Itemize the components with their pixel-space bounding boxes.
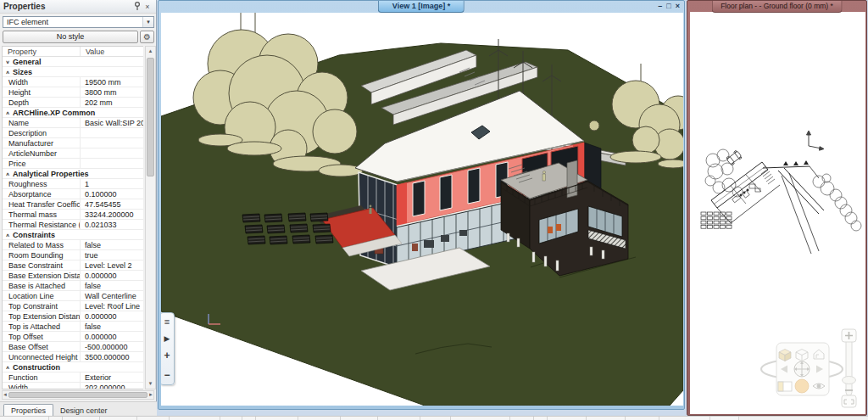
close-window-icon[interactable]: × (676, 2, 680, 11)
section-row[interactable]: ∧Sizes (3, 67, 143, 77)
property-value[interactable]: false (81, 240, 143, 250)
property-value[interactable]: 3500.000000 (81, 352, 143, 362)
property-value[interactable]: 0.100000 (81, 189, 143, 199)
property-row[interactable]: Base Offset-500.000000 (3, 342, 143, 352)
property-row[interactable]: Description (3, 128, 143, 138)
scroll-right-icon[interactable]: ► (148, 390, 153, 400)
floor-plan-tab[interactable]: Floor plan - - Ground floor (0 mm) * (711, 1, 843, 13)
tab-properties[interactable]: Properties (3, 404, 53, 416)
render-canvas-3d[interactable]: ≡ ▶ + − (161, 13, 683, 406)
property-row[interactable]: Top Offset0.000000 (3, 332, 143, 342)
zoom-slider[interactable] (842, 329, 856, 407)
property-value[interactable]: 0.000000 (81, 311, 143, 322)
property-row[interactable]: Base ConstraintLevel: Level 2 (3, 260, 143, 271)
style-button[interactable]: No style (3, 31, 138, 43)
property-value[interactable]: 33244.200000 (81, 210, 143, 220)
section-row[interactable]: ∧ARCHline.XP Common (3, 108, 143, 118)
property-value[interactable]: Level: Roof Line (81, 301, 143, 311)
property-value[interactable]: false (81, 281, 143, 291)
chevron-up-icon[interactable]: ∧ (3, 232, 13, 237)
status-segment (298, 417, 341, 420)
property-name: Related to Mass (3, 240, 81, 249)
property-row[interactable]: Top is Attachedfalse (3, 322, 143, 332)
section-row[interactable]: ∨General (3, 57, 143, 67)
ucs-axis-icon (807, 131, 825, 150)
property-row[interactable]: Thermal Resistance (R)0.021033 (3, 220, 143, 230)
property-row[interactable]: Thermal mass33244.200000 (3, 210, 143, 220)
property-row[interactable]: Top Extension Distance0.000000 (3, 311, 143, 322)
chevron-down-icon[interactable]: ∨ (3, 59, 13, 64)
property-row[interactable]: Height3800 mm (3, 87, 143, 98)
property-value[interactable]: Level: Level 2 (81, 260, 143, 271)
property-row[interactable]: Manufacturer (3, 138, 143, 148)
property-row[interactable]: Heat Transfer Coefficient (U)47.545455 (3, 199, 143, 210)
property-row[interactable]: Width19500 mm (3, 77, 143, 87)
properties-panel-header: Properties × (0, 0, 156, 14)
floor-plan-canvas[interactable] (690, 12, 865, 414)
view-cube-icon (779, 350, 791, 361)
gear-icon[interactable]: ⚙ (140, 31, 154, 43)
horizontal-scrollbar[interactable]: ◄ ► (2, 390, 154, 400)
vertical-scrollbar[interactable]: ▲ ▼ (145, 46, 156, 389)
property-value[interactable]: 19500 mm (81, 77, 143, 87)
property-value[interactable]: Exterior (81, 372, 143, 383)
property-row[interactable]: Base Extension Distance0.000000 (3, 271, 143, 281)
section-row[interactable]: ∧Constraints (3, 230, 143, 240)
property-row[interactable]: ArticleNumber (3, 148, 143, 159)
property-row[interactable]: Related to Massfalse (3, 240, 143, 250)
property-value[interactable]: 0.000000 (81, 271, 143, 281)
property-header: Property (3, 47, 81, 56)
view-toolbar: ≡ ▶ + − (161, 312, 175, 385)
chevron-down-icon[interactable]: ▾ (142, 17, 153, 27)
zoom-in-icon[interactable]: + (164, 350, 170, 361)
property-value[interactable]: 1 (81, 179, 143, 189)
section-row[interactable]: ∧Construction (3, 362, 143, 372)
property-value[interactable]: 0.000000 (81, 332, 143, 342)
property-value[interactable]: 202.000000 (81, 383, 143, 390)
property-row[interactable]: Width202.000000 (3, 383, 143, 389)
property-value[interactable]: false (81, 322, 143, 332)
property-value[interactable]: true (81, 250, 143, 260)
chevron-up-icon[interactable]: ∧ (3, 69, 13, 74)
minimize-icon[interactable]: – (658, 2, 662, 11)
property-value[interactable]: 3800 mm (81, 87, 143, 98)
property-row[interactable]: NameBasic Wall:SIP 202... (3, 118, 143, 128)
property-row[interactable]: Location LineWall Centerline (3, 291, 143, 301)
property-row[interactable]: FunctionExterior (3, 372, 143, 383)
scroll-up-icon[interactable]: ▲ (148, 47, 153, 56)
property-value[interactable]: 47.545455 (81, 199, 143, 210)
status-segment (341, 417, 378, 420)
tab-design-center[interactable]: Design center (53, 405, 114, 416)
zoom-out-icon[interactable]: − (164, 369, 170, 381)
property-row[interactable]: Top ConstraintLevel: Roof Line (3, 301, 143, 311)
property-row[interactable]: Base is Attachedfalse (3, 281, 143, 291)
property-value[interactable]: 202 mm (81, 98, 143, 108)
property-row[interactable]: Unconnected Height3500.000000 (3, 352, 143, 362)
close-icon[interactable]: × (142, 3, 153, 11)
pin-icon[interactable] (132, 2, 142, 12)
element-type-combo[interactable]: IFC element ▾ (3, 16, 154, 28)
property-row[interactable]: Depth202 mm (3, 98, 143, 108)
scrollbar-thumb[interactable] (147, 58, 154, 176)
navigation-widget[interactable] (761, 343, 843, 395)
property-value[interactable]: 0.021033 (81, 220, 143, 230)
scrollbar-thumb-h[interactable] (8, 392, 147, 398)
section-row[interactable]: ∧Analytical Properties (3, 169, 143, 179)
maximize-icon[interactable]: □ (666, 2, 670, 11)
chevron-up-icon[interactable]: ∧ (3, 171, 13, 176)
property-value[interactable]: Wall Centerline (81, 291, 143, 301)
property-name: Width (3, 383, 81, 389)
chevron-up-icon[interactable]: ∧ (3, 109, 13, 115)
property-value[interactable]: Basic Wall:SIP 202... (81, 118, 143, 128)
property-row[interactable]: Room Boundingtrue (3, 250, 143, 260)
property-row[interactable]: Absorptance0.100000 (3, 189, 143, 199)
property-row[interactable]: Price (3, 159, 143, 169)
chevron-up-icon[interactable]: ∧ (3, 364, 13, 369)
property-value[interactable]: -500.000000 (81, 342, 143, 352)
scroll-left-icon[interactable]: ◄ (3, 390, 8, 400)
view-3d-tab[interactable]: View 1 [Image] * (378, 1, 465, 13)
scroll-down-icon[interactable]: ▼ (148, 379, 153, 389)
play-icon[interactable]: ▶ (164, 334, 170, 343)
layer-list-icon[interactable]: ≡ (164, 316, 170, 327)
property-row[interactable]: Roughness1 (3, 179, 143, 189)
